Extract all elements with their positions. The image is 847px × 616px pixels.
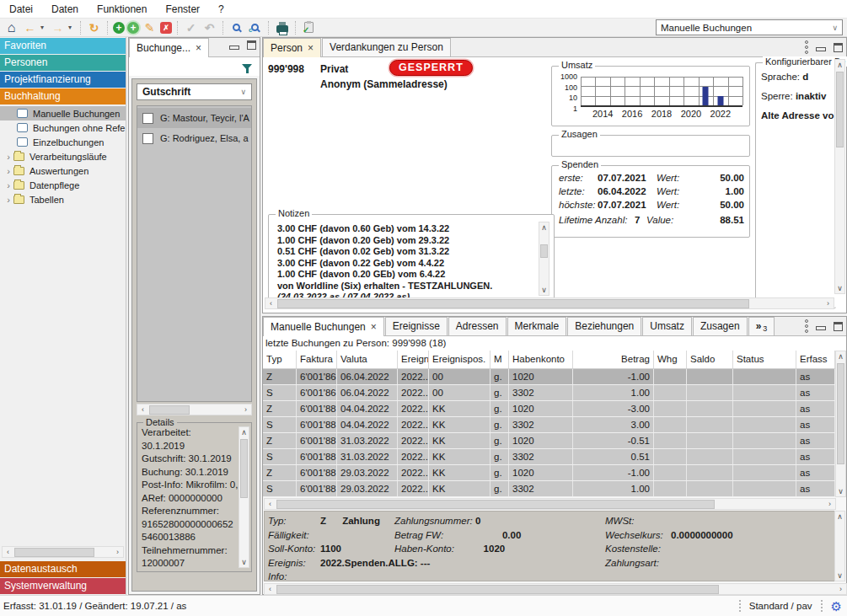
scroll-thumb[interactable] <box>277 299 749 308</box>
maximize-icon[interactable] <box>834 43 843 52</box>
column-header-habenkonto[interactable]: Habenkonto <box>509 351 573 368</box>
scroll-left-icon[interactable]: ‹ <box>265 584 276 594</box>
sidebar-item-tabellen[interactable]: ›Tabellen <box>0 192 126 206</box>
delete-icon[interactable]: ✗ <box>160 22 172 34</box>
table-row[interactable]: Z6'001'86106.04.20222022....00g.1020-1.0… <box>263 369 835 385</box>
scroll-thumb[interactable] <box>14 548 94 557</box>
scroll-thumb[interactable] <box>149 405 190 415</box>
table-row[interactable]: Z6'001'88704.04.20222022....KKg.1020-3.0… <box>263 401 835 417</box>
scroll-down-icon[interactable]: ∨ <box>539 285 549 295</box>
buchungstyp-combobox[interactable]: Gutschrift ∨ <box>137 83 252 100</box>
scroll-right-icon[interactable]: › <box>824 499 835 509</box>
maximize-icon[interactable] <box>247 40 256 50</box>
table-row[interactable]: S6'001'88729.03.20222022....KKg.33021.00… <box>263 481 835 497</box>
scroll-up-icon[interactable]: ∧ <box>836 351 845 362</box>
confirm-icon[interactable]: ✓ <box>183 20 199 35</box>
sidebar-section-personen[interactable]: Personen <box>0 55 126 71</box>
scroll-down-icon[interactable]: ∨ <box>835 570 844 581</box>
copy-report-icon[interactable] <box>301 20 317 35</box>
table-hscrollbar[interactable]: ‹ › <box>264 498 836 510</box>
column-header-erfass[interactable]: Erfass <box>796 351 835 368</box>
notizen-vscrollbar[interactable]: ∧ ∨ <box>539 222 549 296</box>
menu-item-[interactable]: ? <box>209 0 233 19</box>
table-row[interactable]: S6'001'88731.03.20222022....KKg.33020.51… <box>263 449 835 465</box>
minimize-icon[interactable] <box>816 326 826 330</box>
column-header-status[interactable]: Status <box>733 351 796 368</box>
close-icon[interactable]: × <box>371 319 377 336</box>
person-hscrollbar[interactable]: ‹ › <box>265 297 834 309</box>
scroll-left-icon[interactable]: ‹ <box>265 499 276 509</box>
minimize-icon[interactable] <box>229 46 239 50</box>
print-icon[interactable] <box>274 20 290 35</box>
tab-zusagen[interactable]: Zusagen <box>693 317 748 335</box>
scroll-right-icon[interactable]: › <box>112 547 123 557</box>
sidebar-item-verarbeitungsläufe[interactable]: ›Verarbeitungsläufe <box>0 149 126 163</box>
scroll-up-icon[interactable]: ∧ <box>539 222 549 233</box>
checkbox[interactable] <box>142 133 153 144</box>
scroll-thumb[interactable] <box>276 585 719 594</box>
scroll-down-icon[interactable]: ∨ <box>239 557 249 567</box>
sidebar-section-datenaustausch[interactable]: Datenaustausch <box>0 561 126 577</box>
column-header-saldo[interactable]: Saldo <box>687 351 733 368</box>
edit-icon[interactable]: ✎ <box>142 20 158 35</box>
sidebar-section-favoriten[interactable]: Favoriten <box>0 38 126 54</box>
table-row[interactable]: Z6'001'88729.03.20222022....KKg.1020-1.0… <box>263 465 835 481</box>
back-dropdown-icon[interactable]: ▾ <box>40 24 47 31</box>
scroll-down-icon[interactable]: ∨ <box>836 486 845 496</box>
tabs-overflow-button[interactable]: »3 <box>748 317 775 335</box>
scroll-right-icon[interactable]: › <box>823 298 834 308</box>
tab-adressen[interactable]: Adressen <box>448 317 507 335</box>
table-row[interactable]: Z6'001'88731.03.20222022....KKg.1020-0.5… <box>263 433 835 449</box>
scroll-left-icon[interactable]: ‹ <box>3 547 13 557</box>
tab-buchungen[interactable]: Buchunge... × <box>129 38 209 57</box>
context-combobox[interactable]: Manuelle Buchungen ∨ <box>656 19 843 35</box>
tab-verdankungen[interactable]: Verdankungen zu Person <box>322 38 451 56</box>
chevron-right-icon[interactable]: › <box>3 166 13 176</box>
undo-icon[interactable]: ↶ <box>201 20 217 35</box>
kebab-menu-icon[interactable] <box>805 319 808 333</box>
column-header-typ[interactable]: Typ <box>263 351 297 368</box>
filter-icon[interactable] <box>242 64 253 70</box>
table-vscrollbar[interactable]: ∧ ∨ <box>835 351 846 497</box>
scroll-left-icon[interactable]: ‹ <box>265 298 276 308</box>
table-row[interactable]: S6'001'86106.04.20222022....00g.33021.00… <box>263 385 835 401</box>
home-icon[interactable]: ⌂ <box>3 20 19 35</box>
chevron-right-icon[interactable]: › <box>3 180 13 190</box>
sidebar-item-auswertungen[interactable]: ›Auswertungen <box>0 163 126 178</box>
gear-icon[interactable]: ⚙ <box>831 600 842 613</box>
scroll-up-icon[interactable]: ∧ <box>835 512 844 522</box>
column-header-m[interactable]: M <box>491 351 509 368</box>
scroll-thumb[interactable] <box>240 439 248 498</box>
column-header-betrag[interactable]: Betrag <box>573 351 654 368</box>
forward-icon[interactable]: → <box>50 20 66 35</box>
scroll-thumb[interactable] <box>837 363 844 464</box>
scroll-down-icon[interactable]: ∨ <box>835 283 844 293</box>
column-header-valuta[interactable]: Valuta <box>337 351 398 368</box>
menu-item-funktionen[interactable]: Funktionen <box>88 0 156 19</box>
list-item[interactable]: G: Rodriguez, Elsa, a <box>137 128 251 148</box>
maximize-icon[interactable] <box>834 322 843 331</box>
sidebar-hscrollbar[interactable]: ‹ › <box>2 546 124 558</box>
add-icon[interactable]: + <box>113 22 125 34</box>
column-header-faktura[interactable]: Faktura <box>297 351 337 368</box>
chevron-right-icon[interactable]: › <box>3 152 13 162</box>
back-icon[interactable]: ← <box>22 20 38 35</box>
tab-beziehungen[interactable]: Beziehungen <box>567 317 641 335</box>
tab-merkmale[interactable]: Merkmale <box>507 317 567 335</box>
minimize-icon[interactable] <box>816 47 826 51</box>
scroll-right-icon[interactable]: › <box>240 404 251 415</box>
config-vscrollbar[interactable]: ∧ ∨ <box>834 59 845 294</box>
column-header-ereignispos[interactable]: Ereignispos. <box>429 351 491 368</box>
chevron-right-icon[interactable]: › <box>3 195 13 205</box>
scroll-right-icon[interactable]: › <box>835 584 846 594</box>
sidebar-item-datenpflege[interactable]: ›Datenpflege <box>0 178 126 192</box>
scroll-left-icon[interactable]: ‹ <box>137 404 148 415</box>
menu-item-fenster[interactable]: Fenster <box>156 0 209 19</box>
menu-item-datei[interactable]: Datei <box>0 0 42 19</box>
kebab-menu-icon[interactable] <box>805 40 808 54</box>
refresh-icon[interactable]: ↻ <box>86 20 102 35</box>
scroll-up-icon[interactable]: ∧ <box>835 60 844 70</box>
scroll-thumb[interactable] <box>276 500 715 509</box>
tab-person[interactable]: Person × <box>263 38 321 57</box>
forward-dropdown-icon[interactable]: ▾ <box>68 24 75 31</box>
